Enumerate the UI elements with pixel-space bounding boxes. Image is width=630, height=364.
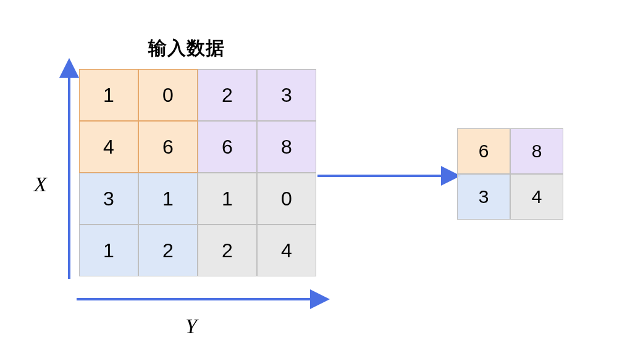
input-cell: 2 [138,225,198,276]
axis-label-x: X [34,173,47,196]
output-cell: 4 [510,174,563,220]
input-cell: 8 [257,121,316,173]
input-cell: 2 [198,69,257,121]
output-cell: 6 [457,128,510,174]
diagram-title: 输入数据 [148,36,225,61]
axis-arrow-y [74,290,327,308]
axis-arrow-x [62,63,80,285]
output-cell: 3 [457,174,510,220]
axis-label-y: Y [185,315,197,338]
input-cell: 1 [79,225,138,276]
input-grid: 1 0 2 3 4 6 6 8 3 1 1 0 1 2 2 4 [79,69,316,276]
output-grid: 6 8 3 4 [457,128,563,220]
input-cell: 0 [138,69,198,121]
input-cell: 6 [198,121,257,173]
input-cell: 3 [79,173,138,225]
input-cell: 4 [257,225,316,276]
input-cell: 1 [198,173,257,225]
input-cell: 1 [79,69,138,121]
input-cell: 0 [257,173,316,225]
input-cell: 1 [138,173,198,225]
input-cell: 4 [79,121,138,173]
input-cell: 2 [198,225,257,276]
input-cell: 3 [257,69,316,121]
input-cell: 6 [138,121,198,173]
output-cell: 8 [510,128,563,174]
transform-arrow [316,167,458,185]
